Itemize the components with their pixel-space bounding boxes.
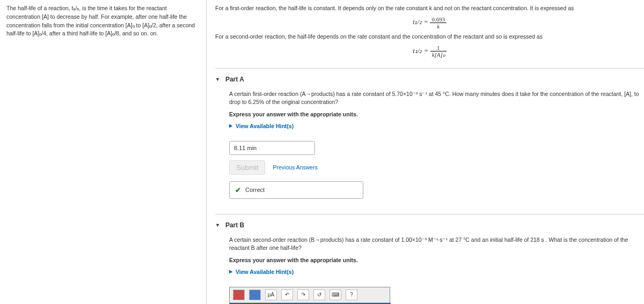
divider	[215, 214, 644, 214]
part-a-title: Part A	[225, 76, 244, 83]
triangle-right-icon: ▶	[229, 269, 232, 274]
first-order-formula: t₁/₂ = 0.693 k	[215, 16, 644, 29]
second-order-formula: t₁/₂ = 1 k[A]₀	[215, 45, 644, 58]
second-order-intro: For a second-order reaction, the half-li…	[215, 33, 644, 41]
keyboard-icon[interactable]: ⌨	[330, 290, 341, 300]
divider	[215, 68, 644, 69]
part-a-submit-button: Submit	[229, 160, 265, 175]
check-icon: ✔	[235, 186, 241, 194]
caret-down-icon: ▼	[215, 223, 220, 228]
part-b-question: A certain second-order reaction (B→produ…	[229, 236, 644, 253]
first-order-intro: For a first-order reaction, the half-lif…	[215, 4, 644, 13]
part-b-title: Part B	[225, 221, 244, 229]
undo-icon[interactable]: ↶	[281, 290, 293, 300]
part-b-instruct: Express your answer with the appropriate…	[229, 257, 644, 263]
template-picker-icon[interactable]	[249, 290, 261, 300]
part-b-hints-link[interactable]: ▶ View Available Hint(s)	[229, 269, 294, 275]
template-picker-icon[interactable]	[233, 290, 245, 300]
part-a-body: A certain first-order reaction (A→produc…	[215, 85, 644, 204]
right-content-panel: For a first-order reaction, the half-lif…	[207, 0, 644, 304]
half-life-description: The half-life of a reaction, t₁/₂, is th…	[6, 4, 200, 38]
answer-toolbar: μA ↶ ↷ ↺ ⌨ ?	[230, 287, 390, 303]
help-icon[interactable]: ?	[346, 290, 357, 300]
triangle-right-icon: ▶	[229, 123, 232, 128]
caret-down-icon: ▼	[215, 77, 220, 82]
part-a-previous-answers-link[interactable]: Previous Answers	[273, 164, 317, 170]
greek-mu-button[interactable]: μA	[265, 290, 277, 300]
part-b-input-box: μA ↶ ↷ ↺ ⌨ ?	[229, 287, 390, 305]
part-a-hints-link[interactable]: ▶ View Available Hint(s)	[229, 123, 294, 129]
left-description-panel: The half-life of a reaction, t₁/₂, is th…	[0, 0, 207, 304]
redo-icon[interactable]: ↷	[297, 290, 309, 300]
part-a-question: A certain first-order reaction (A→produc…	[229, 90, 644, 107]
reset-icon[interactable]: ↺	[313, 290, 325, 300]
part-b-header[interactable]: ▼ Part B	[215, 220, 644, 231]
part-a-instruct: Express your answer with the appropriate…	[229, 111, 644, 117]
part-a-feedback: ✔ Correct	[229, 181, 363, 199]
part-a-answer-display: 8.11 min	[229, 141, 315, 155]
part-b-body: A certain second-order reaction (B→produ…	[215, 231, 644, 305]
part-a-header[interactable]: ▼ Part A	[215, 74, 644, 85]
